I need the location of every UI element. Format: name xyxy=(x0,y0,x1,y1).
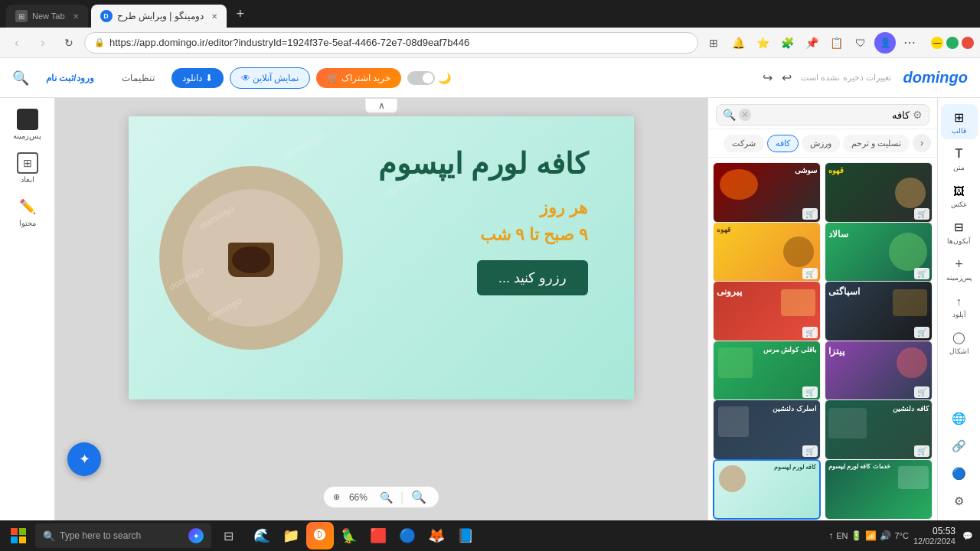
toolbar-btn-1[interactable]: ⊞ xyxy=(703,32,724,54)
tool-background[interactable]: پس‌زمینه xyxy=(5,104,51,145)
template-item-green-bowl[interactable]: باقلی کولش مرس 🛒 xyxy=(713,341,821,401)
filter-icon[interactable]: ⚙ xyxy=(913,109,923,121)
maximize-btn[interactable] xyxy=(946,37,959,49)
settings-btn[interactable]: تنظیمات xyxy=(111,68,165,88)
right-icon-icons[interactable]: ⊟ آیکون‌ها xyxy=(941,214,978,249)
expand-top-btn[interactable]: ∧ xyxy=(365,98,398,113)
canvas-frame[interactable]: domingo domingo domingo domingo domingo … xyxy=(129,116,634,399)
search-magnify-icon[interactable]: 🔍 xyxy=(723,109,736,121)
category-nav-left[interactable]: ‹ xyxy=(913,134,931,152)
category-tab-cafe[interactable]: کافه xyxy=(767,135,799,152)
toolbar-btn-5[interactable]: 📌 xyxy=(801,32,822,54)
taskbar-app-red[interactable]: 🟥 xyxy=(364,522,392,549)
refresh-button[interactable]: ↻ xyxy=(58,32,80,54)
tool-content[interactable]: ✏️ محتوا xyxy=(5,191,51,232)
template-cart-6[interactable]: 🛒 xyxy=(914,327,929,338)
right-icon-upload[interactable]: ↑ آپلود xyxy=(941,288,978,323)
toolbar-btn-2[interactable]: 🔔 xyxy=(727,32,749,54)
toolbar-btn-7[interactable]: 🛡 xyxy=(850,32,871,54)
search-clear-icon[interactable]: ✕ xyxy=(739,109,751,121)
toggle-track[interactable] xyxy=(407,71,435,85)
forward-button[interactable]: › xyxy=(32,32,54,54)
notifications-btn[interactable]: 💬 xyxy=(960,522,975,549)
template-cart-4[interactable]: 🛒 xyxy=(914,268,929,279)
taskbar-app-firefox[interactable]: 🦊 xyxy=(423,522,450,549)
start-button[interactable] xyxy=(5,522,32,549)
template-item-coffee-dark[interactable]: قهوه 🛒 xyxy=(825,162,933,223)
settings-icon: ⚙ xyxy=(951,493,968,510)
template-item-featured-dark[interactable]: خدمات کافه لورم ایپسوم xyxy=(825,459,933,520)
zoom-in-btn[interactable]: 🔍 xyxy=(408,490,430,504)
template-cart-8[interactable]: 🛒 xyxy=(914,386,929,398)
template-cart-5[interactable]: 🛒 xyxy=(802,327,818,338)
right-icon-settings[interactable]: ⚙ xyxy=(941,488,978,514)
newtab-close[interactable]: ✕ xyxy=(73,12,79,21)
taskbar-app-parrot[interactable]: 🦜 xyxy=(335,522,363,549)
tab-close-btn[interactable]: ✕ xyxy=(211,12,217,21)
template-cart-10[interactable]: 🛒 xyxy=(914,445,929,457)
new-tab-button[interactable]: + xyxy=(230,3,251,24)
close-btn[interactable] xyxy=(962,37,974,49)
right-icon-template[interactable]: ⊞ قالب xyxy=(941,104,978,139)
template-cart-7[interactable]: 🛒 xyxy=(802,386,818,398)
tool-dimensions[interactable]: ⊞ ابعاد xyxy=(5,148,51,188)
tab-domingo[interactable]: D دومینگو | ویرایش طرح ✕ xyxy=(91,5,227,28)
template-item-bowl-dark[interactable]: اسلرک دلنشین 🛒 xyxy=(713,399,821,460)
category-tab-company[interactable]: شرکت xyxy=(724,135,764,152)
menu-btn[interactable]: ⋯ xyxy=(899,32,920,54)
nav-search-icon[interactable]: 🔍 xyxy=(12,70,29,86)
taskbar-app-files[interactable]: 📁 xyxy=(277,522,305,549)
right-icon-text[interactable]: T متن xyxy=(941,141,978,176)
login-btn[interactable]: ورود/ثبت نام xyxy=(35,68,105,88)
address-bar[interactable]: 🔒 https://app.domingo.ir/editor?industry… xyxy=(84,32,698,54)
fab-button[interactable]: ✦ xyxy=(67,442,101,476)
tray-volume-icon[interactable]: 🔊 xyxy=(880,530,891,541)
template-item-salad[interactable]: سالاد 🛒 xyxy=(825,222,933,282)
right-icon-shapes[interactable]: ◯ اشکال xyxy=(941,324,978,360)
right-icon-image[interactable]: 🖼 عکس xyxy=(941,178,978,213)
tab-newtab[interactable]: ⊞ New Tab ✕ xyxy=(6,5,88,28)
download-btn[interactable]: ⬇ دانلود xyxy=(172,68,224,88)
taskbar-app-orange[interactable]: 🅓 xyxy=(306,522,334,549)
template-search-input[interactable] xyxy=(754,109,910,121)
template-cart-3[interactable]: 🛒 xyxy=(802,268,818,279)
dark-mode-toggle[interactable]: 🌙 xyxy=(407,71,451,85)
right-icon-extra3[interactable]: 🔵 xyxy=(941,461,978,487)
template-cart-2[interactable]: 🛒 xyxy=(914,208,929,220)
category-tab-condolence[interactable]: تسلیت و ترحم xyxy=(843,135,910,152)
task-view-btn[interactable]: ⊟ xyxy=(214,522,242,549)
template-item-sushi[interactable]: سوشی 🛒 xyxy=(713,162,821,223)
template-item-pizza-red[interactable]: پیرونی 🛒 xyxy=(713,281,821,341)
template-cart-9[interactable]: 🛒 xyxy=(802,445,818,457)
toolbar-btn-4[interactable]: 🧩 xyxy=(776,32,798,54)
template-item-cafe-green[interactable]: کافه دلنشین 🛒 xyxy=(825,399,933,460)
redo-btn[interactable]: ↪ xyxy=(760,67,776,88)
right-icon-extra2[interactable]: 🔗 xyxy=(941,433,978,459)
taskbar-search-box[interactable]: 🔍 Type here to search ✦ xyxy=(35,523,211,548)
back-button[interactable]: ‹ xyxy=(6,32,28,54)
template-item-cafe-yellow[interactable]: قهوه 🛒 xyxy=(713,222,821,282)
tray-lang-icon[interactable]: EN xyxy=(836,531,848,540)
toolbar-btn-6[interactable]: 📋 xyxy=(825,32,847,54)
zoom-out-btn[interactable]: 🔍 xyxy=(377,491,396,504)
taskbar-app-word[interactable]: 📘 xyxy=(452,522,479,549)
template-item-pizza-purple[interactable]: پیتزا 🛒 xyxy=(825,341,933,401)
profile-btn[interactable]: 👤 xyxy=(874,32,896,54)
undo-btn[interactable]: ↩ xyxy=(779,67,795,88)
right-icon-extra1[interactable]: 🌐 xyxy=(941,406,978,432)
tray-upload-icon[interactable]: ↑ xyxy=(828,530,833,541)
buy-subscription-btn[interactable]: خرید اشتراک 🛒 xyxy=(316,68,401,88)
template-item-pasta[interactable]: اسپاگتی 🛒 xyxy=(825,281,933,341)
template-item-featured-light[interactable]: کافه لورم ایپسوم xyxy=(713,459,821,520)
template-search-bar[interactable]: ⚙ ✕ 🔍 xyxy=(716,104,929,126)
minimize-btn[interactable]: — xyxy=(931,37,943,49)
right-icon-bg[interactable]: + پس‌زمینه xyxy=(941,251,978,286)
design-cta-button[interactable]: رزرو کنید ... xyxy=(477,260,588,295)
template-cart-1[interactable]: 🛒 xyxy=(802,208,818,220)
show-online-btn[interactable]: نمایش آنلاین 👁 xyxy=(230,67,311,89)
category-tab-sport[interactable]: ورزش xyxy=(802,135,840,152)
toolbar-btn-3[interactable]: ⭐ xyxy=(752,32,773,54)
clock-display[interactable]: 05:53 12/02/2024 xyxy=(913,526,956,546)
taskbar-app-chrome[interactable]: 🔵 xyxy=(394,522,421,549)
taskbar-app-edge[interactable]: 🌊 xyxy=(248,522,276,549)
